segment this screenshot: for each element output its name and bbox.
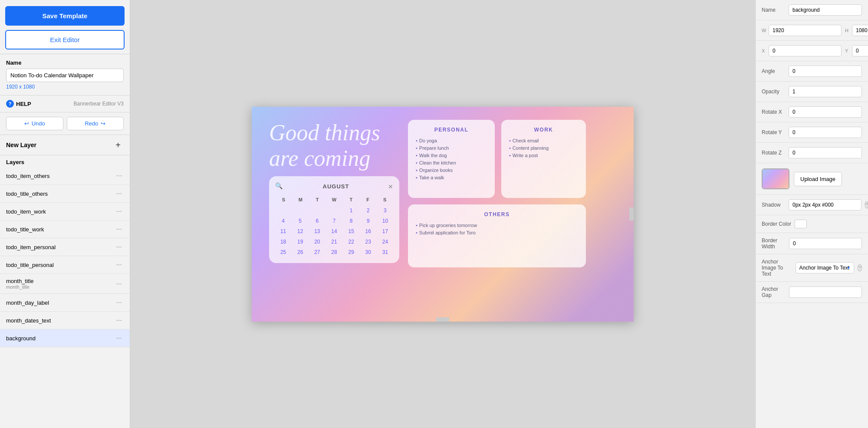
upload-image-button[interactable]: Upload Image — [794, 172, 842, 186]
layer-item-todo_item_others[interactable]: todo_item_others ··· — [0, 167, 130, 185]
calendar-date[interactable]: 8 — [343, 216, 359, 226]
shadow-input[interactable] — [789, 199, 861, 211]
calendar-date[interactable]: 2 — [360, 206, 376, 215]
name-prop-label: Name — [762, 7, 785, 13]
calendar-date[interactable]: 14 — [326, 227, 342, 236]
layer-item-month_day_label[interactable]: month_day_label ··· — [0, 294, 130, 312]
layer-item-month_dates_text[interactable]: month_dates_text ··· — [0, 312, 130, 329]
calendar-date[interactable]: 30 — [360, 247, 376, 257]
calendar-date: . — [309, 206, 325, 215]
name-prop-input[interactable] — [789, 4, 862, 16]
rotate-z-input[interactable] — [789, 147, 862, 158]
layer-dots-background[interactable]: ··· — [115, 333, 124, 343]
width-input[interactable] — [769, 25, 842, 36]
layer-dots-todo_item_work[interactable]: ··· — [115, 207, 124, 216]
calendar-date[interactable]: 12 — [292, 227, 308, 236]
anchor-help-icon[interactable]: ? — [858, 264, 862, 271]
calendar-date[interactable]: 9 — [360, 216, 376, 226]
calendar-date[interactable]: 13 — [309, 227, 325, 236]
todo-item: •Walk the dog — [416, 153, 487, 158]
shadow-help-icon[interactable]: ? — [865, 201, 868, 208]
opacity-input[interactable] — [789, 86, 862, 97]
calendar-date[interactable]: 29 — [343, 247, 359, 257]
layer-dots-month_day_label[interactable]: ··· — [115, 298, 124, 307]
help-badge[interactable]: ? HELP — [6, 100, 31, 108]
personal-items: •Do yoga•Prepare lunch•Walk the dog•Clea… — [416, 138, 487, 180]
x-input[interactable] — [769, 45, 842, 56]
work-card: WORK •Check email•Content planning•Write… — [501, 120, 586, 198]
todo-dot: • — [416, 138, 418, 143]
calendar-date[interactable]: 25 — [275, 247, 291, 257]
calendar-date[interactable]: 10 — [377, 216, 393, 226]
help-row: ? HELP Bannerbear Editor V3 — [0, 95, 130, 112]
anchor-gap-input[interactable] — [789, 286, 862, 298]
calendar-date[interactable]: 27 — [309, 247, 325, 257]
calendar-date[interactable]: 20 — [309, 237, 325, 247]
layer-item-todo_title_work[interactable]: todo_title_work ··· — [0, 221, 130, 238]
rotate-x-prop-row: Rotate X — [756, 102, 868, 122]
calendar-date[interactable]: 23 — [360, 237, 376, 247]
calendar-date[interactable]: 17 — [377, 227, 393, 236]
calendar-date[interactable]: 22 — [343, 237, 359, 247]
layer-item-month_title[interactable]: month_title month_title ··· — [0, 274, 130, 294]
calendar-date[interactable]: 4 — [275, 216, 291, 226]
layer-dots-month_title[interactable]: ··· — [115, 279, 124, 289]
border-width-input[interactable] — [789, 238, 862, 249]
calendar-search-icon[interactable]: 🔍 — [275, 182, 284, 191]
new-layer-row: New Layer + — [0, 135, 130, 155]
calendar-date[interactable]: 7 — [326, 216, 342, 226]
shadow-row: Shadow ? — [756, 195, 868, 215]
todo-item: •Check email — [509, 138, 578, 143]
layer-item-todo_title_others[interactable]: todo_title_others ··· — [0, 185, 130, 203]
layer-dots-todo_title_work[interactable]: ··· — [115, 224, 124, 234]
calendar-close-icon[interactable]: ✕ — [388, 183, 393, 190]
calendar-widget[interactable]: 🔍 AUGUST ✕ SMTWTFS ....12345678910111213… — [269, 176, 399, 263]
todo-item: •Pick up groceries tomorrow — [416, 223, 578, 228]
layer-dots-todo_item_personal[interactable]: ··· — [115, 242, 124, 252]
rotate-x-input[interactable] — [789, 106, 862, 118]
layer-item-todo_item_work[interactable]: todo_item_work ··· — [0, 203, 130, 221]
calendar-date[interactable]: 1 — [343, 206, 359, 215]
y-input[interactable] — [852, 45, 868, 56]
border-color-swatch[interactable] — [795, 220, 807, 228]
border-color-label: Border Color — [762, 221, 791, 227]
calendar-date[interactable]: 31 — [377, 247, 393, 257]
redo-button[interactable]: Redo ↪ — [67, 117, 124, 130]
todo-dot: • — [416, 168, 418, 173]
layer-item-todo_title_personal[interactable]: todo_title_personal ··· — [0, 256, 130, 274]
rotate-y-input[interactable] — [789, 127, 862, 138]
calendar-date[interactable]: 18 — [275, 237, 291, 247]
height-input[interactable] — [852, 25, 868, 36]
border-width-row: Border Width — [756, 233, 868, 254]
calendar-date[interactable]: 21 — [326, 237, 342, 247]
y-label: Y — [845, 48, 850, 53]
save-template-button[interactable]: Save Template — [5, 6, 125, 26]
calendar-date[interactable]: 28 — [326, 247, 342, 257]
exit-editor-button[interactable]: Exit Editor — [5, 30, 125, 49]
calendar-date[interactable]: 6 — [309, 216, 325, 226]
name-input[interactable] — [6, 69, 124, 82]
layer-item-background[interactable]: background ··· — [0, 329, 130, 347]
calendar-date[interactable]: 11 — [275, 227, 291, 236]
calendar-date[interactable]: 16 — [360, 227, 376, 236]
calendar-date[interactable]: 26 — [292, 247, 308, 257]
undo-button[interactable]: ↩ Undo — [6, 117, 63, 130]
layer-dots-todo_item_others[interactable]: ··· — [115, 171, 124, 181]
thumbnail-row: Upload Image — [756, 163, 868, 195]
calendar-date[interactable]: 24 — [377, 237, 393, 247]
sidebar-top: Save Template Exit Editor — [0, 0, 130, 54]
layer-dots-todo_title_personal[interactable]: ··· — [115, 260, 124, 270]
anchor-select[interactable]: Anchor Image To Text — [796, 262, 854, 273]
x-pair: X — [762, 45, 842, 56]
layer-dots-month_dates_text[interactable]: ··· — [115, 316, 124, 325]
calendar-date[interactable]: 19 — [292, 237, 308, 247]
layer-dots-todo_title_others[interactable]: ··· — [115, 189, 124, 198]
add-layer-button[interactable]: + — [112, 139, 124, 151]
angle-input[interactable] — [789, 66, 862, 77]
calendar-date[interactable]: 15 — [343, 227, 359, 236]
layer-name-month_title: month_title month_title — [6, 278, 34, 290]
calendar-day-label: W — [326, 196, 343, 203]
calendar-date[interactable]: 3 — [377, 206, 393, 215]
layer-item-todo_item_personal[interactable]: todo_item_personal ··· — [0, 238, 130, 256]
calendar-date[interactable]: 5 — [292, 216, 308, 226]
